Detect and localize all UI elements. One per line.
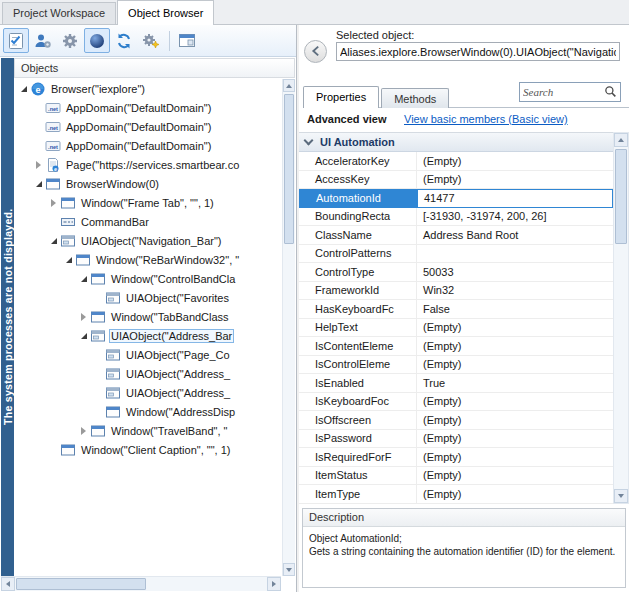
- tree-item[interactable]: UIAObject("Favorites: [14, 288, 281, 307]
- tree-item[interactable]: UIAObject("Address_: [14, 383, 281, 402]
- property-row[interactable]: IsOffscreen(Empty): [299, 411, 613, 430]
- property-row[interactable]: ClassNameAddress Band Root: [299, 226, 613, 245]
- tree-item-label: UIAObject("Address_Bar: [109, 329, 234, 343]
- tree-item[interactable]: Window("TabBandClass: [14, 307, 281, 326]
- property-row[interactable]: IsPassword(Empty): [299, 430, 613, 449]
- tree-item[interactable]: UIAObject("Page_Co: [14, 345, 281, 364]
- property-row[interactable]: ControlType50033: [299, 263, 613, 282]
- expander-closed-icon[interactable]: [78, 313, 89, 321]
- tree-item-label: AppDomain("DefaultDomain"): [64, 121, 213, 133]
- tree-item[interactable]: CommandBar: [14, 212, 281, 231]
- toolbar: [0, 25, 296, 57]
- actions-gear-button[interactable]: [138, 28, 164, 53]
- tree-item[interactable]: Window("ReBarWindow32", ": [14, 250, 281, 269]
- scroll-up-button[interactable]: [614, 133, 628, 147]
- selected-object-input[interactable]: [336, 42, 620, 61]
- section-header-ui-automation[interactable]: UI Automation: [299, 133, 613, 152]
- property-row[interactable]: HasKeyboardFcFalse: [299, 300, 613, 319]
- description-line1: Object AutomationId;: [309, 532, 619, 545]
- expander-open-icon[interactable]: [63, 257, 74, 263]
- tree-item[interactable]: Window("Client Caption", "", 1): [14, 440, 281, 459]
- horizontal-scroll-thumb[interactable]: [16, 578, 146, 590]
- scroll-down-button[interactable]: [614, 489, 628, 503]
- tab-project-workspace[interactable]: Project Workspace: [2, 2, 116, 24]
- tree-horizontal-scrollbar[interactable]: [1, 576, 281, 591]
- property-name: AcceleratorKey: [299, 152, 417, 170]
- property-row[interactable]: HelpText(Empty): [299, 319, 613, 338]
- property-row[interactable]: AutomationId41477: [299, 189, 613, 208]
- checked-properties-button[interactable]: [3, 28, 29, 53]
- property-value: 50033: [417, 263, 613, 281]
- expander-open-icon[interactable]: [33, 181, 44, 187]
- property-name: IsContentEleme: [299, 337, 417, 355]
- settings-gear-button[interactable]: [57, 28, 83, 53]
- refresh-button[interactable]: [111, 28, 137, 53]
- property-row[interactable]: IsRequiredForF(Empty): [299, 448, 613, 467]
- tree-item[interactable]: UIAObject("Address_Bar: [14, 326, 281, 345]
- expander-closed-icon[interactable]: [48, 199, 59, 207]
- property-row[interactable]: ItemStatus(Empty): [299, 467, 613, 486]
- property-name: ControlType: [299, 263, 417, 281]
- tree-item[interactable]: UIAObject("Address_: [14, 364, 281, 383]
- tab-object-browser[interactable]: Object Browser: [117, 0, 214, 25]
- tree-item[interactable]: .netAppDomain("DefaultDomain"): [14, 117, 281, 136]
- property-row[interactable]: ItemType(Empty): [299, 485, 613, 504]
- expander-closed-icon[interactable]: [78, 427, 89, 435]
- basic-view-link[interactable]: View basic members (Basic view): [404, 113, 568, 125]
- scroll-down-button[interactable]: [283, 563, 295, 576]
- svg-text:.net: .net: [48, 143, 58, 149]
- scroll-left-button[interactable]: [1, 577, 15, 591]
- expander-closed-icon[interactable]: [33, 161, 44, 169]
- tree-item[interactable]: Window("Frame Tab", "", 1): [14, 193, 281, 212]
- system-processes-note-strip: The system processes are not displayed.: [1, 58, 14, 576]
- tree-item-label: Window("ReBarWindow32", ": [94, 254, 241, 266]
- window-icon: [60, 195, 76, 211]
- property-row[interactable]: IsControlEleme(Empty): [299, 356, 613, 375]
- description-header: Description: [303, 509, 625, 527]
- expander-open-icon[interactable]: [48, 238, 59, 244]
- tab-methods[interactable]: Methods: [381, 88, 449, 108]
- property-row[interactable]: BoundingRecta[-31930, -31974, 200, 26]: [299, 208, 613, 227]
- refresh-icon: [115, 32, 133, 50]
- property-row[interactable]: IsContentEleme(Empty): [299, 337, 613, 356]
- page-icon: e: [45, 157, 61, 173]
- property-row[interactable]: FrameworkIdWin32: [299, 282, 613, 301]
- vertical-scroll-thumb[interactable]: [284, 94, 294, 244]
- expander-open-icon[interactable]: [78, 276, 89, 282]
- tab-properties[interactable]: Properties: [303, 86, 379, 108]
- process-filter-button[interactable]: [30, 28, 56, 53]
- tree-vertical-scrollbar[interactable]: [282, 79, 295, 576]
- tree-item-label: UIAObject("Favorites: [124, 292, 231, 304]
- property-value: (Empty): [417, 337, 613, 355]
- tree-item[interactable]: Window("TravelBand", ": [14, 421, 281, 440]
- tree-item[interactable]: UIAObject("Navigation_Bar"): [14, 231, 281, 250]
- save-panel-button[interactable]: [174, 28, 200, 53]
- uia-icon: [105, 290, 121, 306]
- property-row[interactable]: AcceleratorKey(Empty): [299, 152, 613, 171]
- back-button[interactable]: [304, 40, 327, 63]
- property-row[interactable]: AccessKey(Empty): [299, 171, 613, 190]
- search-input[interactable]: [520, 86, 604, 98]
- expander-open-icon[interactable]: [18, 86, 29, 92]
- scroll-up-button[interactable]: [283, 79, 295, 92]
- search-box[interactable]: [519, 82, 621, 102]
- property-value: (Empty): [417, 171, 613, 189]
- property-value: True: [417, 374, 613, 392]
- view-mode-row: Advanced view View basic members (Basic …: [307, 113, 621, 128]
- dotnet-icon: .net: [45, 138, 61, 154]
- grid-vertical-scrollbar[interactable]: [613, 132, 629, 504]
- tree-item[interactable]: Window("AddressDisp: [14, 402, 281, 421]
- scroll-right-button[interactable]: [267, 577, 281, 591]
- property-row[interactable]: IsEnabledTrue: [299, 374, 613, 393]
- tree-item[interactable]: BrowserWindow(0): [14, 174, 281, 193]
- tree-item[interactable]: eBrowser("iexplore"): [14, 79, 281, 98]
- tree-item[interactable]: ePage("https://services.smartbear.co: [14, 155, 281, 174]
- property-row[interactable]: IsKeyboardFoc(Empty): [299, 393, 613, 412]
- expander-open-icon[interactable]: [78, 333, 89, 339]
- tree-item[interactable]: .netAppDomain("DefaultDomain"): [14, 98, 281, 117]
- vertical-scroll-thumb[interactable]: [615, 149, 627, 244]
- tree-item[interactable]: .netAppDomain("DefaultDomain"): [14, 136, 281, 155]
- property-row[interactable]: ControlPatterns: [299, 245, 613, 264]
- tree-item[interactable]: Window("ControlBandCla: [14, 269, 281, 288]
- object-spy-button[interactable]: [84, 28, 110, 53]
